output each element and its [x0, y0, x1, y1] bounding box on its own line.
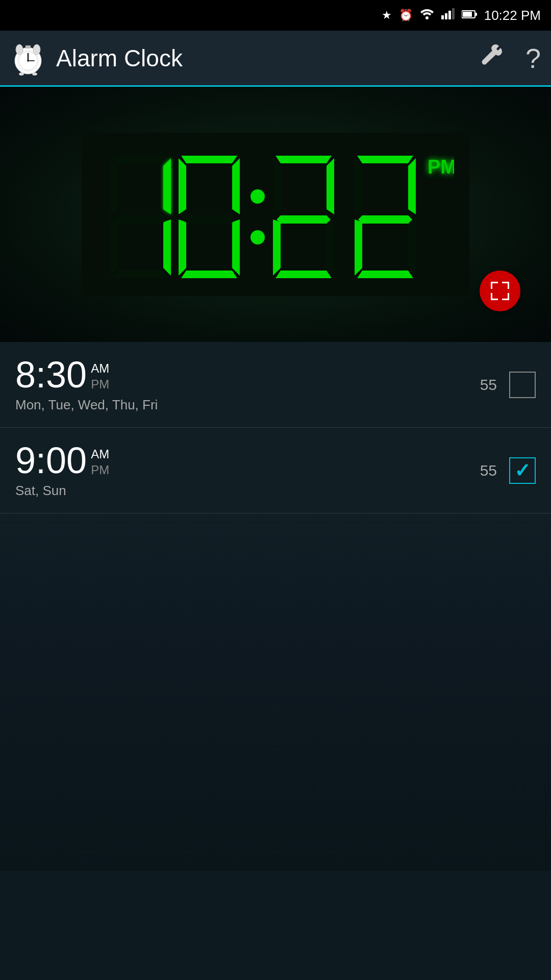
svg-rect-56 [491, 293, 492, 300]
alarm-1-pm: PM [91, 376, 109, 392]
clock-display-box[interactable]: PM [82, 133, 469, 296]
empty-area [0, 513, 551, 871]
alarm-2-time: 9:00 [15, 442, 87, 479]
svg-point-15 [33, 44, 40, 55]
alarm-1-days: Mon, Tue, Wed, Thu, Fri [15, 397, 158, 413]
svg-marker-36 [276, 156, 332, 163]
svg-point-13 [27, 60, 29, 62]
alarm-1-ampm: AM PM [91, 356, 109, 392]
alarm-2-checkbox[interactable]: ✓ [509, 457, 536, 484]
top-bar-actions: ? [479, 42, 541, 75]
alarm-2-pm: PM [91, 462, 109, 478]
svg-marker-31 [179, 219, 186, 276]
bluetooth-icon: ★ [382, 9, 392, 22]
svg-point-17 [19, 72, 24, 76]
alarm-status-icon: ⏰ [399, 9, 413, 22]
svg-marker-48 [355, 158, 362, 214]
svg-marker-49 [358, 215, 412, 224]
clock-area: PM [0, 87, 551, 342]
svg-marker-24 [110, 219, 117, 276]
svg-rect-4 [452, 8, 455, 19]
status-time: 10:22 PM [484, 8, 541, 23]
svg-point-0 [425, 16, 429, 19]
digital-clock-display: PM [97, 143, 454, 286]
alarm-1-right: 55 [480, 372, 536, 398]
svg-rect-6 [463, 12, 472, 17]
alarm-1-left: 8:30 AM PM Mon, Tue, Wed, Thu, Fri [15, 356, 158, 413]
svg-rect-52 [491, 282, 492, 289]
svg-marker-27 [181, 156, 237, 163]
svg-marker-23 [112, 271, 168, 278]
svg-point-35 [251, 230, 265, 244]
app-title: Alarm Clock [56, 44, 479, 72]
alarm-1-am: AM [91, 360, 109, 376]
svg-marker-33 [182, 215, 236, 224]
svg-marker-42 [277, 215, 331, 224]
svg-marker-26 [113, 215, 167, 224]
settings-button[interactable] [479, 42, 505, 75]
svg-text:PM: PM [428, 156, 454, 178]
signal-icon [441, 8, 455, 22]
svg-marker-28 [232, 158, 240, 214]
svg-rect-54 [508, 282, 509, 289]
svg-marker-32 [179, 158, 186, 214]
status-bar: ★ ⏰ 10:22 [0, 0, 551, 31]
svg-point-18 [32, 72, 37, 76]
svg-marker-40 [273, 219, 281, 276]
status-icons: ★ ⏰ 10:22 [382, 8, 541, 23]
svg-marker-21 [163, 158, 171, 214]
svg-marker-44 [408, 158, 416, 214]
svg-marker-30 [181, 271, 237, 278]
svg-marker-25 [110, 158, 117, 214]
svg-rect-7 [475, 13, 477, 16]
question-icon: ? [525, 43, 541, 74]
alarm-2-left: 9:00 AM PM Sat, Sun [15, 442, 109, 499]
battery-icon [462, 9, 477, 22]
svg-marker-29 [232, 219, 240, 276]
alarm-2-days: Sat, Sun [15, 483, 109, 499]
svg-marker-37 [327, 158, 334, 214]
svg-marker-45 [408, 219, 416, 276]
svg-marker-22 [163, 219, 171, 276]
checkmark-icon: ✓ [514, 459, 531, 482]
svg-marker-20 [112, 156, 168, 163]
svg-rect-16 [26, 45, 31, 48]
app-icon [10, 40, 46, 76]
alarm-1-snooze: 55 [480, 376, 497, 394]
svg-marker-41 [273, 158, 281, 214]
top-bar: Alarm Clock ? [0, 31, 551, 87]
svg-rect-1 [441, 15, 444, 19]
fullscreen-button[interactable] [480, 271, 520, 311]
svg-point-34 [251, 189, 265, 204]
svg-marker-47 [355, 219, 362, 276]
svg-rect-3 [448, 11, 451, 19]
alarm-item-1[interactable]: 8:30 AM PM Mon, Tue, Wed, Thu, Fri 55 [0, 342, 551, 428]
svg-rect-2 [445, 13, 447, 19]
fullscreen-icon [489, 280, 511, 302]
alarm-1-checkbox[interactable] [509, 372, 536, 398]
alarm-item-2[interactable]: 9:00 AM PM Sat, Sun 55 ✓ [0, 428, 551, 513]
alarm-2-ampm: AM PM [91, 442, 109, 478]
svg-marker-38 [327, 219, 334, 276]
svg-rect-58 [508, 293, 509, 300]
wifi-icon [420, 8, 434, 22]
svg-marker-39 [276, 271, 332, 278]
svg-marker-46 [357, 271, 413, 278]
svg-point-14 [16, 44, 23, 55]
help-button[interactable]: ? [525, 42, 541, 74]
alarm-1-time: 8:30 [15, 356, 87, 393]
alarm-2-am: AM [91, 446, 109, 462]
alarm-2-snooze: 55 [480, 462, 497, 479]
alarm-list: 8:30 AM PM Mon, Tue, Wed, Thu, Fri 55 9:… [0, 342, 551, 513]
alarm-2-right: 55 ✓ [480, 457, 536, 484]
svg-marker-43 [357, 156, 413, 163]
